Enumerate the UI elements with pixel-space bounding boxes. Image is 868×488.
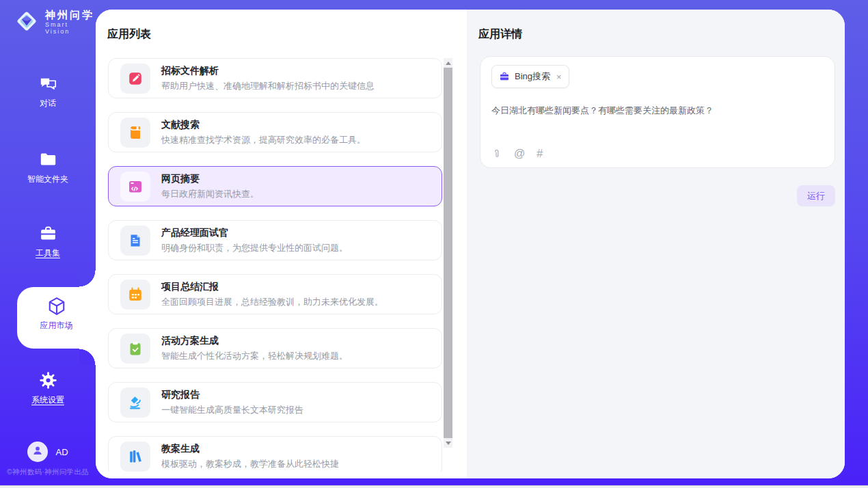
at-mention-icon[interactable]: @ [514,148,525,159]
tool-chip-label: Bing搜索 [515,70,550,83]
logo-subtitle: Smart Vision [45,22,96,36]
prompt-query-text: 今日湖北有哪些新闻要点？有哪些需要关注的最新政策？ [491,104,824,118]
sidebar-item-5[interactable]: 系统设置 [0,371,96,406]
scrollbar-down-icon[interactable] [444,438,452,448]
app-card-4[interactable]: 产品经理面试官明确身份和职责，为您提供专业性的面试问题。 [108,220,442,260]
app-card-8[interactable]: 教案生成模板驱动，教案秒成，教学准备从此轻松快捷 [108,436,442,472]
app-list-panel: 应用列表 招标文件解析帮助用户快速、准确地理解和解析招标书中的关键信息文献搜索快… [96,10,467,478]
app-card-1[interactable]: 招标文件解析帮助用户快速、准确地理解和解析招标书中的关键信息 [108,58,442,98]
app-list-scrollbar[interactable] [444,58,452,448]
app-detail-title: 应用详情 [478,27,522,42]
person-icon [31,444,44,459]
logo-diamond-icon [14,8,40,37]
cube-icon [17,296,96,318]
attach-toolbar: @ # [491,148,543,159]
main-content: 应用列表 招标文件解析帮助用户快速、准确地理解和解析招标书中的关键信息文献搜索快… [96,10,845,478]
books-icon [120,442,150,472]
prompt-input-card[interactable]: Bing搜索 × 今日湖北有哪些新闻要点？有哪些需要关注的最新政策？ @ # [480,56,835,168]
user-name: AD [55,447,68,457]
close-icon[interactable]: × [556,72,562,82]
webpage-icon [120,172,150,202]
sidebar-item-2[interactable]: 智能文件夹 [0,150,96,185]
app-card-7[interactable]: 研究报告一键智能生成高质量长文本研究报告 [108,382,442,422]
bubble-notch-bottom [79,349,96,365]
sidebar-item-3[interactable]: 工具集 [0,224,96,259]
edit-doc-icon [120,64,150,94]
app-list-title: 应用列表 [107,27,151,42]
app-card-3[interactable]: 网页摘要每日政府新闻资讯快查。 [108,166,442,206]
app-card-5[interactable]: 项目总结汇报全面回顾项目进展，总结经验教训，助力未来优化发展。 [108,274,442,314]
copyright: ©神州数码·神州问学出品 [0,467,96,477]
resume-icon [120,226,150,256]
run-row: 运行 [797,185,835,206]
clipboard-check-icon [120,334,150,364]
briefcase-icon [499,71,510,82]
avatar[interactable] [27,442,48,462]
book-icon [120,118,150,148]
user-row: AD [0,442,96,462]
scrollbar-up-icon[interactable] [444,58,452,68]
run-button[interactable]: 运行 [797,185,835,206]
microscope-icon [120,388,150,418]
gear-icon [0,371,96,390]
sidebar-item-app-market[interactable]: 应用市场 [17,287,96,349]
app-list: 招标文件解析帮助用户快速、准确地理解和解析招标书中的关键信息文献搜索快速精准查找… [108,58,442,472]
logo-title: 神州问学 [45,10,96,21]
sidebar-item-label: 应用市场 [40,320,73,331]
folder-icon [0,150,96,170]
calendar-icon [120,280,150,310]
sidebar-item-1[interactable]: 对话 [0,74,96,109]
app-card-6[interactable]: 活动方案生成智能生成个性化活动方案，轻松解决规划难题。 [108,328,442,368]
bubble-notch-top [79,271,96,287]
bottom-strip [0,485,868,488]
chat-icon [0,74,96,94]
toolbox-icon [0,224,96,243]
tool-chip-bing-search[interactable]: Bing搜索 × [491,65,569,88]
app-detail-panel: 应用详情 Bing搜索 × 今日湖北有哪些新闻要点？有哪些需要关注的最新政策？ … [467,10,845,478]
sidebar: 神州问学 Smart Vision 对话智能文件夹工具集系统设置 应用市场 AD… [0,0,96,488]
paperclip-icon[interactable] [491,148,502,159]
app-logo: 神州问学 Smart Vision [14,8,96,37]
scrollbar-thumb[interactable] [444,68,452,438]
hash-icon[interactable]: # [537,148,543,159]
app-card-2[interactable]: 文献搜索快速精准查找学术资源，提高研究效率的必备工具。 [108,112,442,152]
